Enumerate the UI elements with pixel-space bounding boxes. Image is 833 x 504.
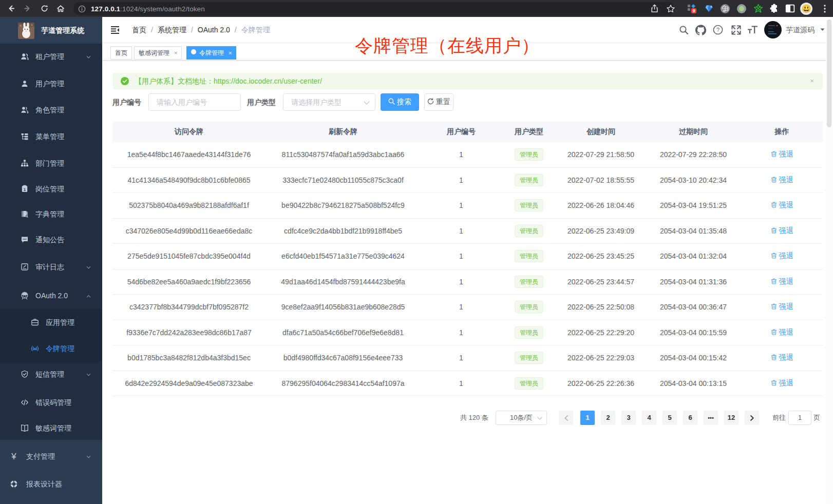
svg-text:a: a	[34, 346, 36, 351]
svg-text:1: 1	[24, 187, 26, 192]
svg-text:¥: ¥	[11, 452, 16, 461]
svg-text:?: ?	[716, 27, 720, 33]
svg-text:9: 9	[693, 8, 695, 13]
